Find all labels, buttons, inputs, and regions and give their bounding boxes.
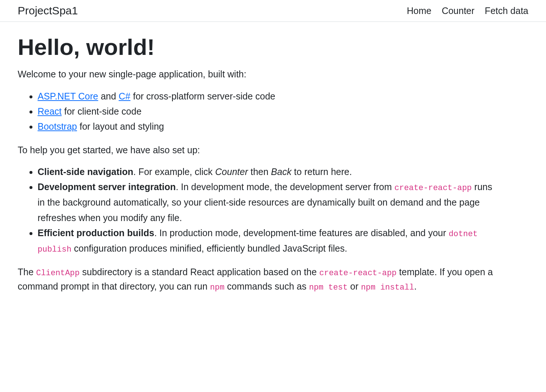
features-list: Client-side navigation. For example, cli… — [18, 164, 498, 256]
code-npm-install: npm install — [361, 283, 414, 292]
list-item: Bootstrap for layout and styling — [38, 119, 498, 134]
navbar-nav: Home Counter Fetch data — [407, 6, 528, 16]
text-span: to return here. — [291, 167, 352, 177]
nav-link-counter[interactable]: Counter — [442, 6, 475, 16]
feature-title: Client-side navigation — [38, 167, 133, 177]
text-span: for client-side code — [62, 106, 141, 116]
code-npm-test: npm test — [309, 283, 348, 292]
list-item: Development server integration. In devel… — [38, 179, 498, 225]
link-react[interactable]: React — [38, 106, 62, 116]
subheading-paragraph: To help you get started, we have also se… — [18, 143, 498, 157]
text-span: . In production mode, development-time f… — [154, 228, 449, 238]
emphasis: Back — [271, 167, 292, 177]
text-span: for cross-platform server-side code — [130, 91, 275, 101]
emphasis: Counter — [215, 167, 248, 177]
text-span: then — [248, 167, 271, 177]
nav-link-fetch-data[interactable]: Fetch data — [485, 6, 528, 16]
list-item: ASP.NET Core and C# for cross-platform s… — [38, 89, 498, 104]
text-span: commands such as — [224, 281, 309, 291]
navbar-brand[interactable]: ProjectSpa1 — [18, 4, 78, 17]
navbar: ProjectSpa1 Home Counter Fetch data — [0, 0, 546, 22]
list-item: Client-side navigation. For example, cli… — [38, 164, 498, 179]
tech-list: ASP.NET Core and C# for cross-platform s… — [18, 89, 498, 134]
code-clientapp: ClientApp — [36, 269, 80, 278]
text-span: The — [18, 267, 36, 277]
feature-title: Development server integration — [38, 182, 176, 192]
link-csharp[interactable]: C# — [119, 91, 130, 101]
text-span: configuration produces minified, efficie… — [71, 243, 347, 253]
code-npm: npm — [210, 283, 224, 292]
list-item: React for client-side code — [38, 104, 498, 119]
code-create-react-app: create-react-app — [319, 269, 396, 278]
text-span: for layout and styling — [77, 121, 164, 132]
list-item: Efficient production builds. In producti… — [38, 225, 498, 256]
code-create-react-app: create-react-app — [394, 183, 472, 193]
text-span: subdirectory is a standard React applica… — [80, 267, 319, 277]
main-content: Hello, world! Welcome to your new single… — [0, 22, 516, 313]
page-title: Hello, world! — [18, 34, 498, 61]
text-span: and — [98, 91, 119, 101]
closing-paragraph: The ClientApp subdirectory is a standard… — [18, 265, 498, 294]
link-bootstrap[interactable]: Bootstrap — [38, 121, 77, 132]
feature-title: Efficient production builds — [38, 228, 154, 238]
text-span: . In development mode, the development s… — [176, 182, 394, 192]
nav-link-home[interactable]: Home — [407, 6, 431, 16]
text-span: or — [348, 281, 361, 291]
text-span: . — [414, 281, 417, 291]
text-span: . For example, click — [133, 167, 215, 177]
link-aspnet-core[interactable]: ASP.NET Core — [38, 91, 98, 101]
intro-paragraph: Welcome to your new single-page applicat… — [18, 67, 498, 81]
